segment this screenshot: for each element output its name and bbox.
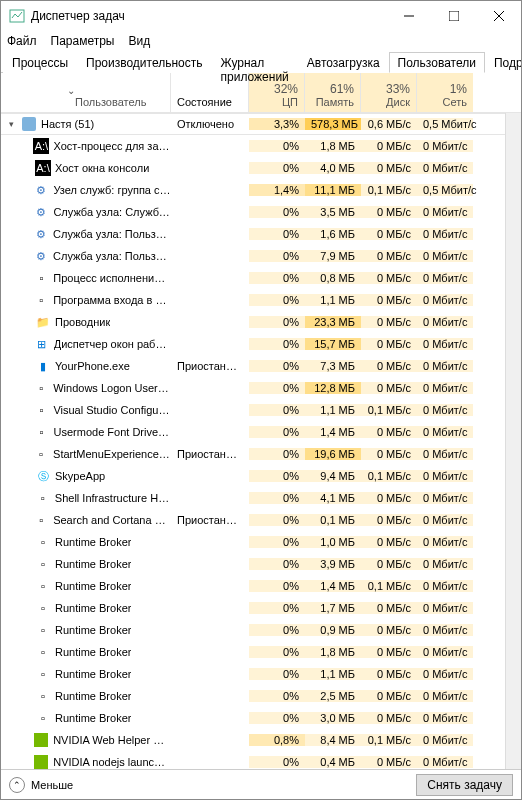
- process-row[interactable]: ⚙Служба узла: Пользовате... 0% 7,9 МБ 0 …: [1, 245, 505, 267]
- process-net: 0 Мбит/с: [417, 228, 473, 240]
- col-user[interactable]: ⌄Пользователь: [1, 73, 171, 112]
- footer: ⌃ Меньше Снять задачу: [1, 769, 521, 799]
- tab-users[interactable]: Пользователи: [389, 52, 485, 73]
- process-cpu: 0%: [249, 316, 305, 328]
- process-mem: 1,1 МБ: [305, 668, 361, 680]
- process-cpu: 0%: [249, 646, 305, 658]
- col-mem[interactable]: 61%Память: [305, 73, 361, 112]
- process-row[interactable]: ▫Runtime Broker 0% 1,8 МБ 0 МБ/с 0 Мбит/…: [1, 641, 505, 663]
- process-name: Хост окна консоли: [55, 162, 149, 174]
- svg-rect-2: [449, 11, 459, 21]
- col-disk[interactable]: 33%Диск: [361, 73, 417, 112]
- process-disk: 0 МБ/с: [361, 140, 417, 152]
- process-row[interactable]: ▫Usermode Font Driver Host 0% 1,4 МБ 0 М…: [1, 421, 505, 443]
- process-name: Runtime Broker: [55, 624, 131, 636]
- user-row[interactable]: ▾Настя (51) Отключено 3,3% 578,3 МБ 0,6 …: [1, 113, 505, 135]
- process-name: YourPhone.exe: [55, 360, 130, 372]
- process-mem: 1,8 МБ: [305, 646, 361, 658]
- process-row[interactable]: ⚙Служба узла: Пользовате... 0% 1,6 МБ 0 …: [1, 223, 505, 245]
- menu-params[interactable]: Параметры: [51, 34, 115, 48]
- process-mem: 0,4 МБ: [305, 756, 361, 768]
- process-row[interactable]: ▫Runtime Broker 0% 1,7 МБ 0 МБ/с 0 Мбит/…: [1, 597, 505, 619]
- process-row[interactable]: 📁Проводник 0% 23,3 МБ 0 МБ/с 0 Мбит/с: [1, 311, 505, 333]
- process-row[interactable]: ▫Runtime Broker 0% 3,9 МБ 0 МБ/с 0 Мбит/…: [1, 553, 505, 575]
- process-disk: 0 МБ/с: [361, 646, 417, 658]
- process-cpu: 0%: [249, 602, 305, 614]
- tab-processes[interactable]: Процессы: [3, 52, 77, 73]
- col-net[interactable]: 1%Сеть: [417, 73, 473, 112]
- process-disk: 0 МБ/с: [361, 206, 417, 218]
- process-disk: 0,1 МБ/с: [361, 404, 417, 416]
- process-row[interactable]: ▮YourPhone.exe Приостановл... 0% 7,3 МБ …: [1, 355, 505, 377]
- tabs: Процессы Производительность Журнал прило…: [1, 51, 521, 73]
- minimize-button[interactable]: [386, 1, 431, 31]
- process-disk: 0 МБ/с: [361, 360, 417, 372]
- process-row[interactable]: ⓈSkypeApp 0% 9,4 МБ 0,1 МБ/с 0 Мбит/с: [1, 465, 505, 487]
- process-net: 0 Мбит/с: [417, 360, 473, 372]
- tab-startup[interactable]: Автозагрузка: [298, 52, 389, 73]
- process-net: 0 Мбит/с: [417, 448, 473, 460]
- process-row[interactable]: ▫Runtime Broker 0% 2,5 МБ 0 МБ/с 0 Мбит/…: [1, 685, 505, 707]
- maximize-button[interactable]: [431, 1, 476, 31]
- user-icon: [21, 116, 37, 132]
- fewer-details-button[interactable]: ⌃ Меньше: [9, 777, 73, 793]
- process-row[interactable]: A:\Хост окна консоли 0% 4,0 МБ 0 МБ/с 0 …: [1, 157, 505, 179]
- process-disk: 0 МБ/с: [361, 712, 417, 724]
- process-row[interactable]: ⊞Диспетчер окон рабочег... 0% 15,7 МБ 0 …: [1, 333, 505, 355]
- process-list[interactable]: ▾Настя (51) Отключено 3,3% 578,3 МБ 0,6 …: [1, 113, 505, 769]
- process-row[interactable]: ⚙Служба узла: Служба по... 0% 3,5 МБ 0 М…: [1, 201, 505, 223]
- titlebar: Диспетчер задач: [1, 1, 521, 31]
- process-row[interactable]: ▫Runtime Broker 0% 0,9 МБ 0 МБ/с 0 Мбит/…: [1, 619, 505, 641]
- process-row[interactable]: ▫Visual Studio Configuratio... 0% 1,1 МБ…: [1, 399, 505, 421]
- process-name: Хост-процесс для задач ...: [53, 140, 171, 152]
- process-cpu: 0%: [249, 404, 305, 416]
- process-name: Служба узла: Служба по...: [53, 206, 171, 218]
- menu-view[interactable]: Вид: [128, 34, 150, 48]
- user-disk: 0,6 МБ/с: [361, 118, 417, 130]
- process-net: 0 Мбит/с: [417, 668, 473, 680]
- process-row[interactable]: NVIDIA nodejs launcher (3... 0% 0,4 МБ 0…: [1, 751, 505, 769]
- process-row[interactable]: ▫Runtime Broker 0% 1,4 МБ 0,1 МБ/с 0 Мби…: [1, 575, 505, 597]
- process-net: 0 Мбит/с: [417, 382, 473, 394]
- scrollbar[interactable]: [505, 113, 521, 769]
- process-mem: 4,1 МБ: [305, 492, 361, 504]
- collapse-icon[interactable]: ▾: [5, 119, 17, 129]
- process-disk: 0 МБ/с: [361, 558, 417, 570]
- process-disk: 0 МБ/с: [361, 756, 417, 768]
- process-row[interactable]: ▫Shell Infrastructure Host 0% 4,1 МБ 0 М…: [1, 487, 505, 509]
- close-button[interactable]: [476, 1, 521, 31]
- process-mem: 2,5 МБ: [305, 690, 361, 702]
- process-name: Программа входа в систе...: [53, 294, 171, 306]
- process-mem: 1,6 МБ: [305, 228, 361, 240]
- process-cpu: 0%: [249, 140, 305, 152]
- process-disk: 0 МБ/с: [361, 338, 417, 350]
- process-disk: 0,1 МБ/с: [361, 184, 417, 196]
- end-task-button[interactable]: Снять задачу: [416, 774, 513, 796]
- app-icon: [9, 8, 25, 24]
- menu-file[interactable]: Файл: [7, 34, 37, 48]
- process-net: 0 Мбит/с: [417, 250, 473, 262]
- process-name: Windows Logon User Inter...: [53, 382, 171, 394]
- process-net: 0 Мбит/с: [417, 712, 473, 724]
- process-row[interactable]: ▫Runtime Broker 0% 1,1 МБ 0 МБ/с 0 Мбит/…: [1, 663, 505, 685]
- process-net: 0 Мбит/с: [417, 734, 473, 746]
- tab-app-history[interactable]: Журнал приложений: [212, 52, 298, 73]
- process-row[interactable]: ▫Runtime Broker 0% 1,0 МБ 0 МБ/с 0 Мбит/…: [1, 531, 505, 553]
- process-row[interactable]: ▫StartMenuExperienceHost.... Приостановл…: [1, 443, 505, 465]
- process-row[interactable]: ⚙Узел служб: группа служ... 1,4% 11,1 МБ…: [1, 179, 505, 201]
- process-row[interactable]: ▫Search and Cortana applic... Приостанов…: [1, 509, 505, 531]
- process-row[interactable]: ▫Процесс исполнения кли... 0% 0,8 МБ 0 М…: [1, 267, 505, 289]
- process-row[interactable]: A:\Хост-процесс для задач ... 0% 1,8 МБ …: [1, 135, 505, 157]
- process-row[interactable]: ▫Runtime Broker 0% 3,0 МБ 0 МБ/с 0 Мбит/…: [1, 707, 505, 729]
- tab-details[interactable]: Подробности: [485, 52, 522, 73]
- process-mem: 9,4 МБ: [305, 470, 361, 482]
- process-cpu: 1,4%: [249, 184, 305, 196]
- process-row[interactable]: NVIDIA Web Helper Servic... 0,8% 8,4 МБ …: [1, 729, 505, 751]
- process-net: 0 Мбит/с: [417, 514, 473, 526]
- process-net: 0 Мбит/с: [417, 338, 473, 350]
- process-disk: 0 МБ/с: [361, 492, 417, 504]
- process-row[interactable]: ▫Windows Logon User Inter... 0% 12,8 МБ …: [1, 377, 505, 399]
- tab-performance[interactable]: Производительность: [77, 52, 211, 73]
- process-disk: 0 МБ/с: [361, 272, 417, 284]
- process-row[interactable]: ▫Программа входа в систе... 0% 1,1 МБ 0 …: [1, 289, 505, 311]
